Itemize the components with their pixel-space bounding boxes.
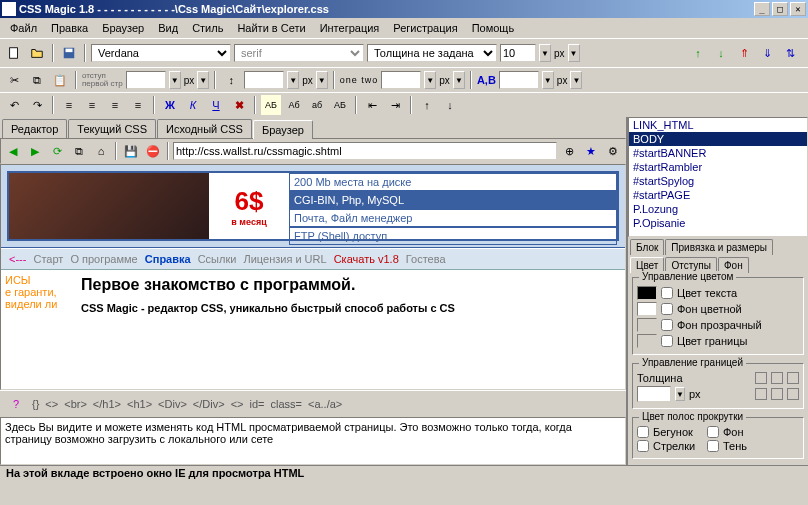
indent-icon[interactable]: ⇥	[385, 95, 405, 115]
font-generic-select[interactable]: serif	[234, 44, 364, 62]
scroll-checkbox[interactable]	[707, 426, 719, 438]
color-checkbox[interactable]	[661, 287, 673, 299]
source-textarea[interactable]: Здесь Вы видите и можете изменять код HT…	[0, 417, 626, 465]
selector-listbox[interactable]: LINK_HTMLBODY#startBANNER#startRambler#s…	[628, 117, 808, 237]
close-button[interactable]: ✕	[790, 2, 806, 16]
border-style-2-icon[interactable]	[771, 372, 783, 384]
italic-button[interactable]: К	[183, 95, 203, 115]
tag-button[interactable]: {}	[32, 398, 39, 410]
tag-button[interactable]: </Div>	[193, 398, 225, 410]
menu-Правка[interactable]: Правка	[45, 20, 94, 36]
thickness-select[interactable]: Толщина не задана	[367, 44, 497, 62]
nav-link[interactable]: Гостева	[406, 253, 446, 265]
case-ab1-button[interactable]: АБ	[261, 95, 281, 115]
redo-icon[interactable]: ↷	[27, 95, 47, 115]
save-icon[interactable]	[59, 43, 79, 63]
address-bar[interactable]	[173, 142, 557, 160]
save-page-icon[interactable]: 💾	[121, 141, 141, 161]
list-item[interactable]: #startPAGE	[629, 188, 807, 202]
menu-Найти в Сети[interactable]: Найти в Сети	[231, 20, 311, 36]
underline-button[interactable]: Ч	[206, 95, 226, 115]
border-style-5-icon[interactable]	[771, 388, 783, 400]
ab-input[interactable]	[499, 71, 539, 89]
font-family-select[interactable]: Verdana	[91, 44, 231, 62]
minimize-button[interactable]: _	[754, 2, 770, 16]
color-swatch[interactable]	[637, 318, 657, 332]
outdent-icon[interactable]: ⇤	[362, 95, 382, 115]
tag-button[interactable]: <Div>	[158, 398, 187, 410]
move-up-icon[interactable]: ↑	[417, 95, 437, 115]
refresh-icon[interactable]: ⟳	[47, 141, 67, 161]
menu-Вид[interactable]: Вид	[152, 20, 184, 36]
border-style-3-icon[interactable]	[787, 372, 799, 384]
align-right-icon[interactable]: ≡	[105, 95, 125, 115]
list-item[interactable]: #startBANNER	[629, 146, 807, 160]
strike-icon[interactable]: ✖	[229, 95, 249, 115]
line-height-input[interactable]	[244, 71, 284, 89]
list-item[interactable]: LINK_HTML	[629, 118, 807, 132]
spacing-input[interactable]	[381, 71, 421, 89]
color-swatch[interactable]	[637, 286, 657, 300]
tab-Редактор[interactable]: Редактор	[2, 119, 67, 138]
border-style-6-icon[interactable]	[787, 388, 799, 400]
case-ab4-button[interactable]: АБ	[330, 95, 350, 115]
menu-Стиль[interactable]: Стиль	[186, 20, 229, 36]
color-checkbox[interactable]	[661, 319, 673, 331]
ad-banner[interactable]: 6$ в месяц 200 Mb места на дискеCGI-BIN,…	[7, 171, 619, 241]
unit-drop-icon[interactable]: ▼	[453, 71, 465, 89]
copy-icon[interactable]: ⧉	[27, 70, 47, 90]
maximize-button[interactable]: □	[772, 2, 788, 16]
list-item[interactable]: #startRambler	[629, 160, 807, 174]
color-swatch[interactable]	[637, 334, 657, 348]
tab-Исходный CSS[interactable]: Исходный CSS	[157, 119, 252, 138]
color-checkbox[interactable]	[661, 335, 673, 347]
nav-prev[interactable]: <---	[9, 253, 26, 265]
tag-button[interactable]: <h1>	[127, 398, 152, 410]
nav-link[interactable]: Старт	[33, 253, 63, 265]
line-height-icon[interactable]: ↕	[221, 70, 241, 90]
color-swatch[interactable]	[637, 302, 657, 316]
banner-feature[interactable]: Почта, Файл менеджер	[289, 209, 617, 227]
tag-button[interactable]: <br>	[64, 398, 87, 410]
menu-Интеграция[interactable]: Интеграция	[314, 20, 386, 36]
open-icon[interactable]: ⧉	[69, 141, 89, 161]
open-file-icon[interactable]	[27, 43, 47, 63]
unit-dropdown-icon[interactable]: ▼	[568, 44, 580, 62]
back-icon[interactable]: ◀	[3, 141, 23, 161]
list-item[interactable]: BODY	[629, 132, 807, 146]
unit-drop-icon[interactable]: ▼	[570, 71, 582, 89]
lh-drop-icon[interactable]: ▼	[287, 71, 299, 89]
banner-feature[interactable]: CGI-BIN, Php, MySQL	[289, 191, 617, 209]
case-ab2-button[interactable]: Аб	[284, 95, 304, 115]
color-checkbox[interactable]	[661, 303, 673, 315]
go-icon[interactable]: ⊕	[559, 141, 579, 161]
favorite-icon[interactable]: ★	[581, 141, 601, 161]
font-size-input[interactable]	[500, 44, 536, 62]
forward-icon[interactable]: ▶	[25, 141, 45, 161]
tag-button[interactable]: id=	[250, 398, 265, 410]
scroll-checkbox[interactable]	[637, 440, 649, 452]
indent-input[interactable]	[126, 71, 166, 89]
menu-Браузер[interactable]: Браузер	[96, 20, 150, 36]
undo-icon[interactable]: ↶	[4, 95, 24, 115]
tag-button[interactable]: <>	[231, 398, 244, 410]
nav-link[interactable]: Справка	[145, 253, 191, 265]
move-down-icon[interactable]: ↓	[440, 95, 460, 115]
nav-link[interactable]: Скачать v1.8	[334, 253, 399, 265]
scroll-checkbox[interactable]	[637, 426, 649, 438]
nav-link[interactable]: Ссылки	[198, 253, 237, 265]
arrow-up-green-icon[interactable]: ↑	[688, 43, 708, 63]
settings-icon[interactable]: ⚙	[603, 141, 623, 161]
tab-Текущий CSS[interactable]: Текущий CSS	[68, 119, 156, 138]
ab-drop-icon[interactable]: ▼	[542, 71, 554, 89]
align-justify-icon[interactable]: ≡	[128, 95, 148, 115]
panel-tab[interactable]: Блок	[630, 239, 664, 255]
menu-Файл[interactable]: Файл	[4, 20, 43, 36]
paste-icon[interactable]: 📋	[50, 70, 70, 90]
align-left-icon[interactable]: ≡	[59, 95, 79, 115]
case-ab3-button[interactable]: аб	[307, 95, 327, 115]
swap-icon[interactable]: ⇅	[780, 43, 800, 63]
tag-button[interactable]: <a../a>	[308, 398, 342, 410]
list-item[interactable]: P.Lozung	[629, 202, 807, 216]
scroll-checkbox[interactable]	[707, 440, 719, 452]
